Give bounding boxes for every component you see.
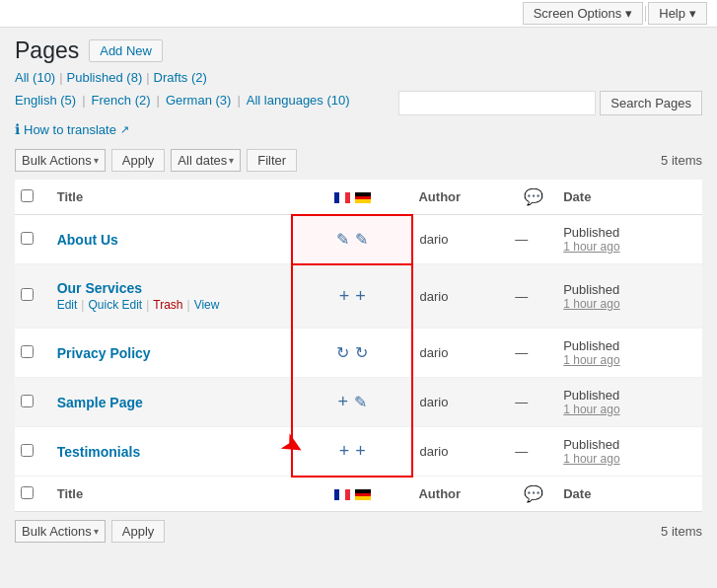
table-row: Privacy Policy ↻ ↻ dario — Published 1 h… — [15, 329, 702, 378]
de-pencil-icon[interactable]: ✎ — [354, 393, 367, 411]
row-checkbox[interactable] — [21, 345, 34, 358]
bulk-actions-label-top: Bulk Actions — [22, 153, 92, 168]
comment-cell: — — [509, 215, 557, 264]
info-icon: ℹ — [15, 121, 20, 137]
date-ago: 1 hour ago — [563, 452, 696, 466]
item-count-top: 5 items — [661, 153, 702, 168]
author-cell: dario — [412, 215, 509, 264]
de-plus-icon[interactable]: + — [355, 441, 366, 462]
row-title-link[interactable]: About Us — [57, 232, 118, 248]
chevron-down-icon: ▾ — [94, 155, 99, 166]
fr-pencil-icon[interactable]: ✎ — [336, 230, 349, 249]
row-checkbox[interactable] — [21, 232, 34, 245]
select-all-checkbox-top[interactable] — [21, 189, 34, 202]
filter-french[interactable]: French (2) — [92, 93, 151, 108]
date-ago: 1 hour ago — [563, 353, 696, 367]
dates-select[interactable]: All dates ▾ — [171, 149, 241, 172]
filter-published[interactable]: Published (8) — [67, 70, 143, 85]
date-status: Published — [563, 388, 696, 403]
de-plus-icon[interactable]: + — [355, 286, 366, 307]
quick-edit-link[interactable]: Quick Edit — [88, 298, 142, 312]
filter-drafts[interactable]: Drafts (2) — [154, 70, 207, 85]
table-row: Testimonials + + dario — Published 1 hou… — [15, 427, 702, 477]
date-footer: Date — [557, 477, 702, 512]
row-title-link[interactable]: Privacy Policy — [57, 345, 151, 361]
screen-options-label: Screen Options — [534, 6, 622, 21]
bulk-actions-select-top[interactable]: Bulk Actions ▾ — [15, 149, 106, 172]
comment-cell: — — [509, 329, 557, 378]
search-input[interactable] — [398, 91, 596, 115]
view-link[interactable]: View — [194, 298, 220, 312]
add-new-button[interactable]: Add New — [89, 39, 163, 62]
author-footer: Author — [412, 477, 509, 512]
date-cell: Published 1 hour ago — [557, 427, 702, 477]
pages-table: Title Author 💬 Date About Us — [15, 180, 702, 512]
help-button[interactable]: Help ▾ — [648, 2, 707, 25]
date-status: Published — [563, 282, 696, 297]
comment-footer: 💬 — [509, 477, 557, 512]
flags-footer — [292, 477, 412, 512]
de-pencil-icon[interactable]: ✎ — [355, 230, 368, 249]
filter-german[interactable]: German (3) — [166, 93, 231, 108]
table-row: About Us ✎ ✎ dario — Published 1 hour ag… — [15, 215, 702, 264]
chevron-down-icon: ▾ — [229, 155, 234, 166]
help-label: Help — [659, 6, 685, 21]
date-cell: Published 1 hour ago — [557, 329, 702, 378]
item-count-bottom: 5 items — [661, 524, 702, 539]
title-footer: Title — [51, 477, 293, 512]
flags-header — [292, 180, 412, 215]
row-actions: Edit | Quick Edit | Trash | View — [57, 298, 286, 312]
date-header: Date — [557, 180, 702, 215]
screen-options-button[interactable]: Screen Options ▾ — [523, 2, 644, 25]
row-title-link[interactable]: Testimonials — [57, 444, 141, 460]
how-to-translate-label[interactable]: How to translate — [24, 122, 116, 137]
table-row: Sample Page + ✎ dario — Published 1 hour… — [15, 378, 702, 427]
chevron-down-icon: ▾ — [625, 6, 632, 21]
fr-sync-icon[interactable]: ↻ — [336, 343, 349, 362]
row-title-link[interactable]: Our Services — [57, 280, 142, 296]
top-tablenav: Bulk Actions ▾ Apply All dates ▾ Filter … — [15, 145, 702, 176]
author-cell: dario — [412, 427, 509, 477]
row-checkbox[interactable] — [21, 288, 34, 301]
apply-button-top[interactable]: Apply — [111, 149, 166, 172]
filter-all-languages[interactable]: All languages (10) — [247, 93, 350, 108]
edit-link[interactable]: Edit — [57, 298, 78, 312]
fr-plus-icon[interactable]: + — [339, 441, 350, 462]
bulk-actions-select-bottom[interactable]: Bulk Actions ▾ — [15, 520, 106, 543]
language-filter: English (5) | French (2) | German (3) | … — [15, 93, 350, 108]
date-ago: 1 hour ago — [563, 297, 696, 311]
row-checkbox[interactable] — [21, 395, 34, 407]
row-title-link[interactable]: Sample Page — [57, 395, 143, 410]
comment-cell: — — [509, 378, 557, 427]
chevron-down-icon: ▾ — [94, 526, 99, 537]
comment-cell: — — [509, 264, 557, 329]
select-all-checkbox-bottom[interactable] — [21, 486, 34, 499]
date-status: Published — [563, 437, 696, 452]
date-cell: Published 1 hour ago — [557, 215, 702, 264]
comment-header: 💬 — [509, 180, 557, 215]
fr-plus-icon[interactable]: + — [339, 286, 350, 307]
author-header: Author — [412, 180, 509, 215]
table-row: Our Services Edit | Quick Edit | Trash |… — [15, 264, 702, 329]
row-checkbox[interactable] — [21, 444, 34, 457]
fr-plus-icon[interactable]: + — [338, 392, 349, 412]
search-pages-button[interactable]: Search Pages — [600, 91, 702, 115]
page-title: Pages — [15, 37, 79, 64]
how-to-translate-link[interactable]: ℹ How to translate ↗ — [15, 121, 702, 137]
date-status: Published — [563, 338, 696, 353]
dates-label: All dates — [178, 153, 227, 168]
bottom-tablenav: Bulk Actions ▾ Apply 5 items — [15, 516, 702, 547]
author-cell: dario — [412, 378, 509, 427]
date-cell: Published 1 hour ago — [557, 264, 702, 329]
title-header: Title — [51, 180, 293, 215]
apply-button-bottom[interactable]: Apply — [111, 520, 166, 543]
external-link-icon: ↗ — [120, 123, 129, 136]
trash-link[interactable]: Trash — [153, 298, 182, 312]
filter-english[interactable]: English (5) — [15, 93, 76, 108]
date-cell: Published 1 hour ago — [557, 378, 702, 427]
date-ago: 1 hour ago — [563, 240, 696, 254]
filter-all[interactable]: All (10) — [15, 70, 55, 85]
filter-button[interactable]: Filter — [247, 149, 297, 172]
comment-cell: — — [509, 427, 557, 477]
de-sync-icon[interactable]: ↻ — [355, 343, 368, 362]
